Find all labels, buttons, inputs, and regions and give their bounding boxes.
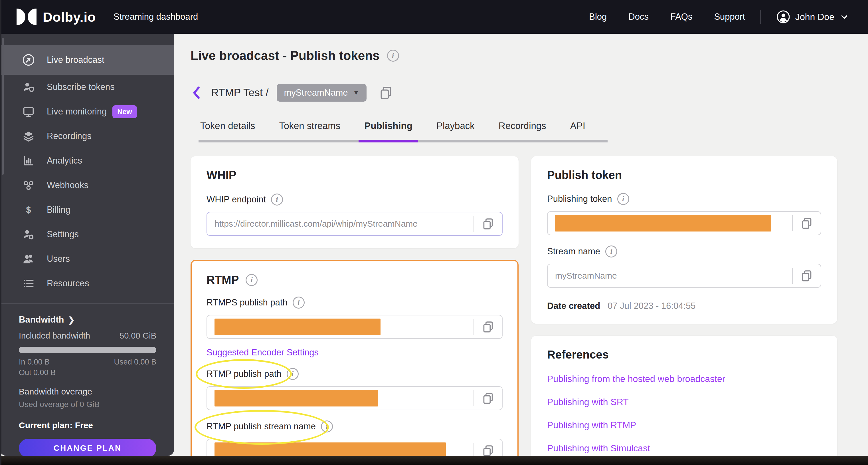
copy-publishing-token-button[interactable] — [793, 212, 820, 235]
whip-endpoint-field — [207, 212, 503, 236]
included-bandwidth-label: Included bandwidth — [19, 331, 90, 341]
rtmp-stream-name-label: RTMP publish stream name — [207, 421, 316, 432]
sidebar-item-label: Resources — [47, 278, 89, 289]
webhooks-icon — [22, 179, 35, 192]
info-icon[interactable]: i — [617, 193, 629, 205]
dolby-double-d-icon — [17, 8, 36, 25]
date-created-label: Date created — [547, 301, 600, 311]
rtmps-publish-path-label: RTMPS publish path — [207, 297, 287, 308]
window-bottom-edge — [0, 456, 868, 465]
sidebar-item-settings[interactable]: Settings — [0, 222, 174, 246]
suggested-encoder-settings-link[interactable]: Suggested Encoder Settings — [207, 347, 319, 358]
tab-bar: Token details Token streams Publishing P… — [198, 120, 608, 142]
brand-name: Dolby.io — [43, 9, 96, 25]
bandwidth-link[interactable]: Bandwidth ❯ — [19, 315, 75, 325]
tab-api[interactable]: API — [568, 120, 587, 140]
ref-link-simulcast[interactable]: Publishing with Simulcast — [547, 443, 821, 454]
whip-endpoint-input[interactable] — [215, 219, 466, 229]
copy-stream-name-value-button[interactable] — [793, 264, 820, 287]
sidebar-item-label: Users — [47, 254, 70, 264]
nav-docs[interactable]: Docs — [628, 12, 649, 22]
sidebar-item-webhooks[interactable]: Webhooks — [0, 173, 174, 198]
bandwidth-used-value: Used 0.00 B — [114, 358, 156, 367]
copy-stream-name-button[interactable] — [378, 85, 393, 100]
copy-rtmp-path-button[interactable] — [474, 387, 502, 410]
back-chevron-icon[interactable] — [190, 86, 203, 100]
publishing-token-field — [547, 211, 821, 235]
whip-card: WHIP WHIP endpoint i — [190, 156, 519, 248]
sidebar-item-subscribe-tokens[interactable]: Subscribe tokens — [0, 75, 174, 99]
sidebar-item-label: Subscribe tokens — [47, 82, 115, 92]
bandwidth-in-value: In 0.00 B — [19, 358, 50, 367]
info-icon[interactable]: i — [387, 50, 399, 62]
stream-name-field — [547, 264, 821, 288]
sidebar-item-live-monitoring[interactable]: Live monitoring New — [0, 99, 174, 124]
redacted-value-bar — [215, 390, 378, 406]
broadcast-icon — [22, 53, 35, 66]
rtmp-publish-path-field — [207, 386, 503, 410]
sidebar-scrollbar[interactable] — [2, 38, 4, 175]
publishing-token-group: Publishing token i — [547, 193, 821, 235]
sidebar-item-live-broadcast[interactable]: Live broadcast — [0, 45, 174, 75]
tab-recordings[interactable]: Recordings — [497, 120, 548, 140]
nav-divider — [761, 10, 761, 24]
info-icon[interactable]: i — [293, 297, 305, 309]
info-icon[interactable]: i — [246, 274, 257, 286]
sidebar-item-billing[interactable]: $ Billing — [0, 198, 174, 222]
tab-token-streams[interactable]: Token streams — [278, 120, 342, 140]
user-menu[interactable]: John Doe — [776, 10, 849, 24]
copy-whip-endpoint-button[interactable] — [474, 212, 502, 235]
main-content: Live broadcast - Publish tokens i RTMP T… — [174, 34, 868, 465]
stream-name-input[interactable] — [555, 271, 785, 281]
stream-name-dropdown[interactable]: myStreamName ▼ — [277, 84, 367, 101]
rtmp-publish-path-label: RTMP publish path — [207, 369, 282, 379]
sidebar-item-label: Analytics — [47, 155, 82, 166]
bandwidth-out-value: Out 0.00 B — [19, 368, 56, 377]
info-icon[interactable]: i — [271, 194, 283, 206]
redacted-value-bar — [555, 215, 771, 232]
layers-icon — [22, 129, 35, 143]
date-created-row: Date created 07 Jul 2023 - 16:04:55 — [547, 301, 821, 311]
tab-publishing[interactable]: Publishing — [363, 120, 414, 140]
sidebar-item-label: Billing — [47, 205, 70, 215]
rtmps-publish-path-field — [207, 315, 503, 339]
copy-rtmps-path-button[interactable] — [474, 315, 502, 338]
sidebar-item-label: Settings — [47, 229, 79, 239]
tab-token-details[interactable]: Token details — [198, 120, 257, 140]
stream-chip-label: myStreamName — [284, 88, 348, 98]
sidebar-item-users[interactable]: Users — [0, 246, 174, 271]
info-icon[interactable]: i — [287, 368, 299, 380]
info-icon[interactable]: i — [605, 245, 617, 258]
nav-support[interactable]: Support — [714, 12, 745, 22]
monitor-icon — [22, 105, 35, 118]
dolby-logo[interactable]: Dolby.io — [17, 8, 96, 25]
references-card: References Publishing from the hosted we… — [531, 336, 837, 465]
nav-faqs[interactable]: FAQs — [670, 12, 692, 22]
svg-text:$: $ — [26, 205, 31, 215]
references-title: References — [547, 348, 821, 361]
nav-blog[interactable]: Blog — [589, 12, 607, 22]
top-bar: Dolby.io Streaming dashboard Blog Docs F… — [0, 0, 868, 34]
ref-link-rtmp[interactable]: Publishing with RTMP — [547, 420, 821, 431]
rtmps-publish-path-group: RTMPS publish path i — [207, 297, 503, 339]
stream-name-label: Stream name — [547, 246, 600, 257]
whip-title: WHIP — [207, 169, 503, 181]
sidebar-item-analytics[interactable]: Analytics — [0, 148, 174, 173]
info-icon[interactable]: i — [321, 420, 333, 432]
sidebar-item-recordings[interactable]: Recordings — [0, 124, 174, 148]
bandwidth-overage-title: Bandwidth overage — [19, 387, 156, 397]
ref-link-srt[interactable]: Publishing with SRT — [547, 397, 821, 407]
tab-playback[interactable]: Playback — [435, 120, 476, 140]
sidebar-item-resources[interactable]: Resources — [0, 271, 174, 296]
ref-link-hosted-web-broadcaster[interactable]: Publishing from the hosted web broadcast… — [547, 374, 821, 384]
sidebar-item-label: Recordings — [47, 131, 92, 141]
publishing-token-label: Publishing token — [547, 194, 612, 204]
stream-name-group: Stream name i — [547, 245, 821, 288]
change-plan-button[interactable]: CHANGE PLAN — [19, 439, 156, 458]
user-avatar-icon — [776, 10, 790, 24]
page-title: Live broadcast - Publish tokens — [190, 49, 380, 63]
date-created-value: 07 Jul 2023 - 16:04:55 — [608, 301, 696, 311]
rtmp-publish-path-group: RTMP publish path i — [207, 368, 503, 410]
publish-token-title: Publish token — [547, 169, 821, 181]
chevron-down-icon — [839, 12, 849, 22]
